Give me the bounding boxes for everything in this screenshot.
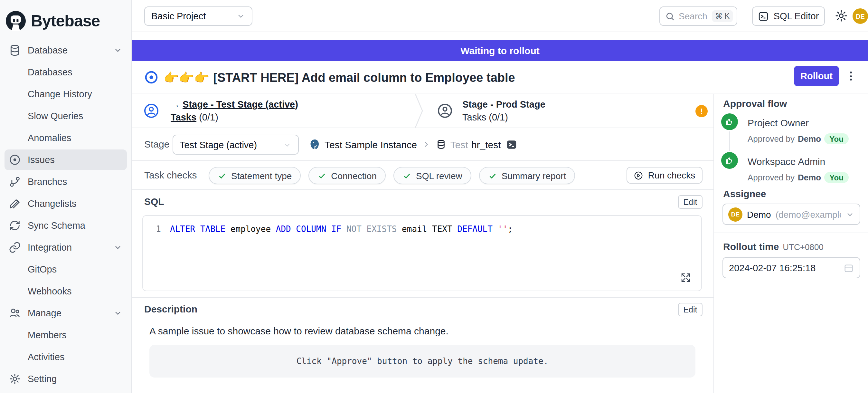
sidebar-item-members[interactable]: Members xyxy=(0,324,131,346)
calendar-icon xyxy=(843,263,854,273)
project-selector[interactable]: Basic Project xyxy=(144,6,252,26)
stage-select-value: Test Stage (active) xyxy=(180,140,257,150)
git-branch-icon xyxy=(8,175,21,188)
panel-divider xyxy=(714,233,868,233)
check-pill-connection[interactable]: Connection xyxy=(308,167,386,184)
run-checks-button[interactable]: Run checks xyxy=(626,167,703,184)
assignee-select[interactable]: DE Demo (demo@example xyxy=(722,204,860,225)
approval-step-status: Approved by Demo You xyxy=(748,172,849,183)
check-pill-summary-report[interactable]: Summary report xyxy=(479,167,575,184)
search-placeholder: Search xyxy=(679,11,708,21)
description-label: Description xyxy=(144,303,197,314)
database-icon xyxy=(436,139,446,149)
task-checks-row: Task checks Statement type Connection SQ… xyxy=(132,161,713,190)
database-breadcrumb: Test Sample Instance Test hr_test xyxy=(309,139,517,150)
open-sql-editor-icon[interactable] xyxy=(506,139,517,150)
chevron-down-icon xyxy=(283,140,292,149)
brand-logo[interactable]: Bytebase xyxy=(0,0,131,35)
chevron-down-icon xyxy=(236,11,245,21)
stage-tab-prod[interactable]: Stage - Prod Stage Tasks (0/1) xyxy=(425,94,713,127)
sidebar-nav: Database Databases Change History Slow Q… xyxy=(0,39,131,390)
stage-separator xyxy=(414,94,424,127)
warning-badge-icon: ! xyxy=(695,105,708,117)
stage-tasks-link[interactable]: Tasks xyxy=(170,112,196,122)
issue-title-row: 👉👉👉[START HERE] Add email column to Empl… xyxy=(132,61,868,93)
sidebar-item-anomalies[interactable]: Anomalies xyxy=(0,127,131,149)
kebab-menu-icon[interactable] xyxy=(845,68,857,84)
sql-edit-button[interactable]: Edit xyxy=(678,195,703,209)
assignee-email: (demo@example xyxy=(776,209,841,219)
status-banner: Waiting to rollout xyxy=(132,40,868,61)
sidebar-item-changelists[interactable]: Changelists xyxy=(0,193,131,215)
chevron-down-icon xyxy=(113,309,122,318)
terminal-icon xyxy=(758,11,769,22)
assignee-title: Assignee xyxy=(723,188,766,199)
timezone-label: UTC+0800 xyxy=(783,242,823,252)
sidebar-item-manage[interactable]: Manage xyxy=(0,302,131,324)
rollout-button[interactable]: Rollout xyxy=(794,66,839,86)
sidebar-item-gitops[interactable]: GitOps xyxy=(0,259,131,280)
topbar: Basic Project Search ⌘ K SQL Editor DE xyxy=(132,0,868,32)
project-selector-value: Basic Project xyxy=(151,11,206,21)
assignee-avatar: DE xyxy=(728,207,742,221)
pointer-emoji: 👉👉👉 xyxy=(163,71,209,84)
chevron-down-icon xyxy=(113,46,122,55)
sidebar-item-integration[interactable]: Integration xyxy=(0,237,131,259)
check-icon xyxy=(218,171,227,180)
changelist-pencils-icon xyxy=(8,197,21,210)
database-icon xyxy=(8,44,21,57)
sync-icon xyxy=(8,219,21,232)
stage-name: Stage - Prod Stage xyxy=(462,99,546,110)
stage-select[interactable]: Test Stage (active) xyxy=(173,134,299,155)
chevron-down-icon xyxy=(113,243,122,252)
chevron-right-icon xyxy=(422,140,431,149)
approved-thumbs-up-icon xyxy=(721,152,738,169)
sidebar-item-activities[interactable]: Activities xyxy=(0,346,131,368)
approval-flow-title: Approval flow xyxy=(723,98,787,109)
check-pill-sql-review[interactable]: SQL review xyxy=(394,167,471,184)
check-pills: Statement type Connection SQL review Sum… xyxy=(209,167,575,184)
approval-step-role: Workspace Admin xyxy=(748,156,825,167)
search-input[interactable]: Search ⌘ K xyxy=(659,6,737,26)
search-icon xyxy=(665,11,675,21)
sidebar-item-slow-queries[interactable]: Slow Queries xyxy=(0,105,131,127)
check-pill-statement-type[interactable]: Statement type xyxy=(209,167,301,184)
sidebar-item-database[interactable]: Database xyxy=(0,39,131,61)
bytebase-logo-icon xyxy=(5,10,26,32)
user-avatar[interactable]: DE xyxy=(852,8,868,24)
sql-editor-button[interactable]: SQL Editor xyxy=(752,6,825,26)
users-icon xyxy=(8,307,21,320)
you-badge: You xyxy=(824,133,849,144)
stage-tab-test[interactable]: → Stage - Test Stage (active) Tasks (0/1… xyxy=(132,94,417,127)
you-badge: You xyxy=(824,172,849,183)
search-shortcut-badge: ⌘ K xyxy=(712,10,733,22)
expand-icon[interactable] xyxy=(681,273,691,283)
sidebar-item-issues[interactable]: Issues xyxy=(0,149,131,171)
sql-editor-label: SQL Editor xyxy=(774,11,819,21)
environment-name: Test xyxy=(451,139,468,150)
approval-step-status: Approved by Demo You xyxy=(748,133,849,144)
description-edit-button[interactable]: Edit xyxy=(678,303,703,316)
stage-name-link[interactable]: Stage - Test Stage (active) xyxy=(183,99,298,110)
rollout-time-value: 2024-02-07 16:25:18 xyxy=(729,263,815,273)
sql-code-editor[interactable]: 1 ALTER TABLE employee ADD COLUMN IF NOT… xyxy=(142,215,702,291)
stage-selector-row: Stage Test Stage (active) Test Sample In… xyxy=(132,128,713,161)
sidebar-item-setting[interactable]: Setting xyxy=(0,368,131,390)
play-circle-icon xyxy=(634,171,644,180)
stage-person-icon-active xyxy=(144,103,159,119)
right-panel: Approval flow Project Owner Approved by … xyxy=(713,94,868,393)
instance-name[interactable]: Test Sample Instance xyxy=(324,139,417,150)
chevron-down-icon xyxy=(845,210,855,219)
settings-gear-icon[interactable] xyxy=(835,9,848,23)
stage-tabs: → Stage - Test Stage (active) Tasks (0/1… xyxy=(132,94,713,128)
rollout-time-title: Rollout timeUTC+0800 xyxy=(723,241,824,252)
sidebar-item-change-history[interactable]: Change History xyxy=(0,83,131,105)
rollout-time-input[interactable]: 2024-02-07 16:25:18 xyxy=(722,257,860,278)
sql-label: SQL xyxy=(144,196,164,207)
database-name[interactable]: hr_test xyxy=(471,139,501,150)
sidebar-item-databases[interactable]: Databases xyxy=(0,61,131,83)
sidebar-item-branches[interactable]: Branches xyxy=(0,171,131,193)
left-sidebar: Bytebase Database Databases Change Histo… xyxy=(0,0,132,393)
sidebar-item-sync-schema[interactable]: Sync Schema xyxy=(0,215,131,237)
sidebar-item-webhooks[interactable]: Webhooks xyxy=(0,280,131,302)
